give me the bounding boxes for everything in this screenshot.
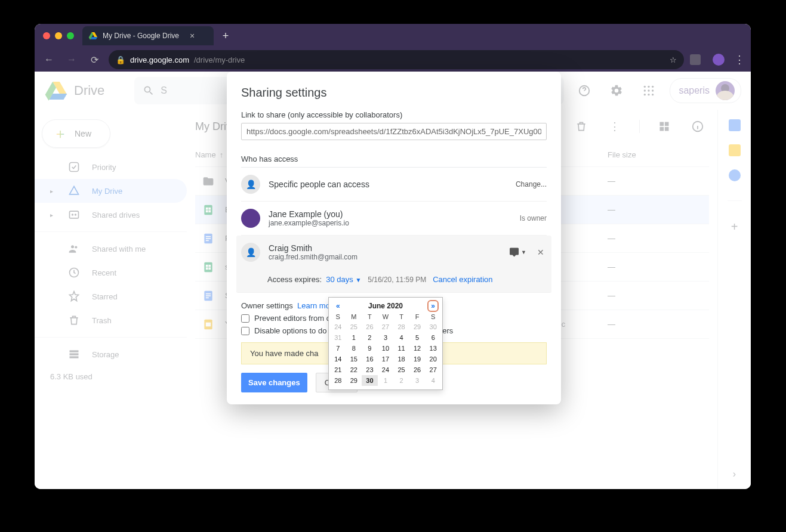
bookmark-star-icon[interactable]: ☆ <box>670 55 677 64</box>
calendar-day[interactable]: 8 <box>346 343 362 354</box>
new-tab-button[interactable]: + <box>217 27 234 44</box>
window-maximize[interactable] <box>67 32 74 39</box>
calendar-day[interactable]: 12 <box>409 343 426 354</box>
permission-dropdown[interactable]: ▼ <box>508 245 526 259</box>
access-general-text: Specific people can access <box>269 180 507 189</box>
calendar-day[interactable]: 3 <box>378 332 394 343</box>
next-month-button[interactable]: » <box>429 301 437 311</box>
access-list: 👤 Specific people can access Change... J… <box>241 167 547 293</box>
drive-favicon <box>88 31 98 41</box>
calendar-day[interactable]: 14 <box>330 354 346 364</box>
owner-email: jane.example@saperis.io <box>269 219 511 227</box>
browser-window: My Drive - Google Drive × + ← → ⟳ 🔒 driv… <box>35 24 751 489</box>
cancel-expiration-link[interactable]: Cancel expiration <box>433 275 492 284</box>
calendar-day[interactable]: 18 <box>393 354 409 364</box>
dow-label: S <box>330 312 346 321</box>
dow-label: W <box>378 312 394 321</box>
calendar-day[interactable]: 31 <box>330 332 346 343</box>
access-collaborator-row: 👤 Craig Smith craig.fred.smith@gmail.com… <box>236 236 551 293</box>
calendar-grid: SMTWTFS 24252627282930311234567891011121… <box>330 312 441 386</box>
calendar-day[interactable]: 7 <box>330 343 346 354</box>
calendar-day[interactable]: 17 <box>378 354 394 364</box>
link-label: Link to share (only accessible by collab… <box>241 110 547 119</box>
calendar-day[interactable]: 2 <box>362 332 378 343</box>
calendar-day[interactable]: 28 <box>393 321 409 332</box>
calendar-day[interactable]: 16 <box>362 354 378 364</box>
calendar-day[interactable]: 29 <box>409 321 426 332</box>
calendar-day[interactable]: 2 <box>393 375 409 386</box>
calendar-month: June 2020 <box>368 302 403 310</box>
url-host: drive.google.com <box>130 55 189 64</box>
calendar-day[interactable]: 19 <box>409 354 426 364</box>
calendar-day[interactable]: 24 <box>330 321 346 332</box>
calendar-day[interactable]: 26 <box>409 364 426 375</box>
chevron-down-icon: ▼ <box>355 277 361 283</box>
expires-dropdown[interactable]: 30 days ▼ <box>326 275 361 284</box>
calendar-day[interactable]: 25 <box>346 321 362 332</box>
collab-name: Craig Smith <box>269 243 500 253</box>
dialog-title: Sharing settings <box>241 86 547 100</box>
calendar-day[interactable]: 11 <box>393 343 409 354</box>
calendar-day[interactable]: 23 <box>362 364 378 375</box>
calendar-day[interactable]: 28 <box>330 375 346 386</box>
calendar-day[interactable]: 30 <box>425 321 441 332</box>
forward-button[interactable]: → <box>63 51 80 68</box>
url-path: /drive/my-drive <box>194 55 245 64</box>
lock-icon: 🔒 <box>116 55 125 64</box>
profile-avatar-icon[interactable] <box>713 54 725 66</box>
tab-close-icon[interactable]: × <box>190 31 195 41</box>
browser-menu-icon[interactable]: ⋮ <box>734 53 745 66</box>
calendar-day[interactable]: 22 <box>346 364 362 375</box>
calendar-day[interactable]: 6 <box>425 332 441 343</box>
calendar-day[interactable]: 26 <box>362 321 378 332</box>
traffic-lights <box>43 32 74 39</box>
owner-name: Jane Example (you) <box>269 209 511 219</box>
calendar-day[interactable]: 13 <box>425 343 441 354</box>
dow-label: M <box>346 312 362 321</box>
back-button[interactable]: ← <box>41 51 57 68</box>
calendar-day[interactable]: 4 <box>425 375 441 386</box>
calendar-day[interactable]: 10 <box>378 343 394 354</box>
window-close[interactable] <box>43 32 50 39</box>
learn-more-link[interactable]: Learn mo <box>297 301 330 310</box>
browser-tab[interactable]: My Drive - Google Drive × <box>82 26 214 45</box>
window-minimize[interactable] <box>55 32 62 39</box>
calendar-day[interactable]: 20 <box>425 354 441 364</box>
dow-label: T <box>393 312 409 321</box>
calendar-day[interactable]: 1 <box>378 375 394 386</box>
url-bar[interactable]: 🔒 drive.google.com/drive/my-drive ☆ <box>109 50 684 69</box>
expires-label: Access expires: <box>267 275 322 284</box>
calendar-day[interactable]: 24 <box>378 364 394 375</box>
dow-label: T <box>362 312 378 321</box>
save-changes-button[interactable]: Save changes <box>241 373 307 392</box>
calendar-day[interactable]: 30 <box>362 375 378 386</box>
access-heading: Who has access <box>241 154 547 163</box>
tab-title: My Drive - Google Drive <box>103 32 179 40</box>
owner-role: Is owner <box>520 214 547 222</box>
access-owner-row: Jane Example (you) jane.example@saperis.… <box>241 202 547 236</box>
calendar-day[interactable]: 25 <box>393 364 409 375</box>
calendar-day[interactable]: 9 <box>362 343 378 354</box>
people-icon: 👤 <box>241 175 260 194</box>
calendar-day[interactable]: 21 <box>330 364 346 375</box>
owner-avatar-icon <box>241 209 260 228</box>
reload-button[interactable]: ⟳ <box>86 51 103 68</box>
calendar-day[interactable]: 29 <box>346 375 362 386</box>
content-area: Drive S saperis ＋ New <box>35 72 751 489</box>
calendar-day[interactable]: 4 <box>393 332 409 343</box>
calendar-day[interactable]: 15 <box>346 354 362 364</box>
collab-email: craig.fred.smith@gmail.com <box>269 253 500 261</box>
dow-label: S <box>425 312 441 321</box>
calendar-day[interactable]: 3 <box>409 375 426 386</box>
calendar-day[interactable]: 5 <box>409 332 426 343</box>
calendar-day[interactable]: 27 <box>378 321 394 332</box>
calendar-day[interactable]: 27 <box>425 364 441 375</box>
share-link-input[interactable] <box>241 123 547 140</box>
remove-collaborator-icon[interactable]: ✕ <box>535 248 547 257</box>
url-bar-row: ← → ⟳ 🔒 drive.google.com/drive/my-drive … <box>35 48 751 72</box>
dow-label: F <box>409 312 426 321</box>
prev-month-button[interactable]: « <box>334 301 343 311</box>
calendar-day[interactable]: 1 <box>346 332 362 343</box>
change-access-link[interactable]: Change... <box>516 180 547 188</box>
extension-icon[interactable] <box>690 54 701 65</box>
